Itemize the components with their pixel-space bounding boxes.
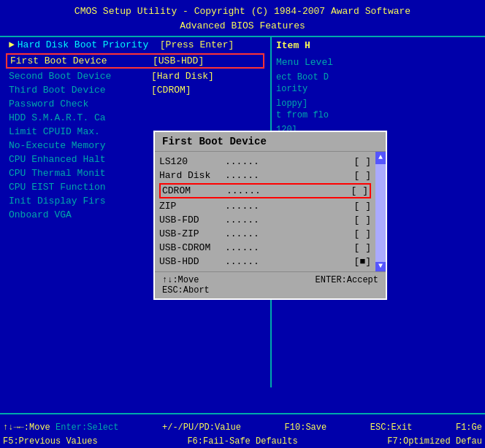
popup-item-ls120-label: LS120 <box>159 156 225 167</box>
popup-item-usbcdrom-bracket: [ ] <box>354 242 371 253</box>
bottom-key-f7: F7:Optimized Defau <box>387 436 482 447</box>
third-boot-label: Third Boot Device <box>9 85 151 96</box>
hdd-boot-priority-label: Hard Disk Boot Priority <box>18 39 160 50</box>
bottom-bar-top: ↑↓→←:Move Enter:Select +/-/PU/PD:Value F… <box>0 420 485 435</box>
popup-item-usbhdd-bracket: [■] <box>354 256 371 267</box>
popup-item-usbfdd[interactable]: USB-FDD ...... [ ] <box>159 213 371 227</box>
popup-item-harddisk[interactable]: Hard Disk ...... [ ] <box>159 169 371 182</box>
first-boot-popup: First Boot Device LS120 ...... [ ] Hard … <box>153 131 387 300</box>
popup-item-ls120[interactable]: LS120 ...... [ ] <box>159 155 371 169</box>
popup-item-usbzip-dots: ...... <box>225 228 354 239</box>
menu-item-first-boot[interactable]: First Boot Device [USB-HDD] <box>6 53 264 69</box>
right-panel-title: Item H <box>276 40 481 51</box>
bottom-key-save: F10:Save <box>285 422 327 433</box>
right-menu-level: Menu Level <box>276 57 481 68</box>
popup-item-ls120-bracket: [ ] <box>354 156 371 167</box>
popup-item-usbfdd-label: USB-FDD <box>159 215 225 225</box>
popup-item-usbcdrom-label: USB-CDROM <box>159 242 225 253</box>
cpu-halt-label: CPU Enhanced Halt <box>9 154 151 165</box>
popup-accept-hint: ENTER:Accept <box>316 275 378 285</box>
popup-item-usbcdrom-dots: ...... <box>225 242 354 253</box>
menu-item-hdd-boot-priority[interactable]: ► Hard Disk Boot Priority [Press Enter] <box>6 37 264 53</box>
popup-item-zip[interactable]: ZIP ...... [ ] <box>159 199 371 213</box>
popup-item-zip-dots: ...... <box>225 201 354 212</box>
popup-item-zip-label: ZIP <box>159 201 225 212</box>
menu-item-hdd-smart[interactable]: HDD S.M.A.R.T. Ca <box>6 111 264 125</box>
cpu-eist-label: CPU EIST Function <box>9 182 151 193</box>
popup-footer: ↑↓:Move ENTER:Accept ESC:Abort <box>155 271 386 298</box>
second-boot-label: Second Boot Device <box>9 71 151 82</box>
header-line1: CMOS Setup Utility - Copyright (C) 1984-… <box>0 4 485 19</box>
popup-title: First Boot Device <box>155 132 386 152</box>
popup-item-usbzip[interactable]: USB-ZIP ...... [ ] <box>159 227 371 241</box>
popup-item-harddisk-dots: ...... <box>225 170 354 181</box>
bottom-divider <box>0 413 485 414</box>
popup-item-ls120-dots: ...... <box>225 156 354 167</box>
popup-list: LS120 ...... [ ] Hard Disk ...... [ ] CD… <box>155 152 375 271</box>
limit-cpuid-label: Limit CPUID Max. <box>9 126 151 137</box>
header-line2: Advanced BIOS Features <box>0 19 485 34</box>
password-check-label: Password Check <box>9 99 151 109</box>
popup-footer-line1: ↑↓:Move ENTER:Accept <box>162 275 378 285</box>
popup-footer-line2: ESC:Abort <box>162 285 378 296</box>
popup-move-hint: ↑↓:Move <box>162 275 199 285</box>
popup-item-usbhdd-dots: ...... <box>225 256 354 267</box>
popup-item-usbhdd[interactable]: USB-HDD ...... [■] <box>159 255 371 269</box>
hdd-boot-priority-value: [Press Enter] <box>160 39 234 50</box>
scroll-up-icon[interactable]: ▲ <box>378 153 383 161</box>
third-boot-value: [CDROM] <box>151 85 191 96</box>
bottom-key-exit: ESC:Exit <box>370 422 413 433</box>
init-display-label: Init Display Firs <box>9 196 151 206</box>
bottom-key-f1: F1:Ge <box>456 422 482 433</box>
second-boot-value: [Hard Disk] <box>151 71 214 82</box>
menu-item-password-check[interactable]: Password Check <box>6 97 264 111</box>
popup-item-usbhdd-label: USB-HDD <box>159 256 225 267</box>
arrow-icon: ► <box>9 39 15 50</box>
scroll-down-icon[interactable]: ▼ <box>378 262 383 270</box>
bottom-key-f6: F6:Fail-Safe Defaults <box>187 436 297 447</box>
bottom-bar-bottom: F5:Previous Values F6:Fail-Safe Defaults… <box>0 435 485 448</box>
right-info-2: iority <box>276 84 481 94</box>
right-info-3: loppy] <box>276 99 481 109</box>
bottom-key-f5: F5:Previous Values <box>3 436 98 447</box>
popup-item-harddisk-bracket: [ ] <box>354 170 371 181</box>
popup-item-usbfdd-bracket: [ ] <box>354 215 371 225</box>
popup-item-cdrom-bracket: [ ] <box>351 185 368 196</box>
popup-scrollbar[interactable]: ▲ ▼ <box>375 152 386 271</box>
bottom-key-value: +/-/PU/PD:Value <box>162 422 241 433</box>
first-boot-label: First Boot Device <box>10 55 153 66</box>
popup-item-usbzip-label: USB-ZIP <box>159 228 225 239</box>
popup-item-zip-bracket: [ ] <box>354 201 371 212</box>
first-boot-value: [USB-HDD] <box>153 55 204 66</box>
popup-item-cdrom-dots: ...... <box>226 185 351 196</box>
popup-item-usbfdd-dots: ...... <box>225 215 354 225</box>
menu-item-third-boot[interactable]: Third Boot Device [CDROM] <box>6 83 264 97</box>
scrollbar-thumb <box>375 164 386 262</box>
popup-item-usbzip-bracket: [ ] <box>354 228 371 239</box>
right-info-1: ect Boot D <box>276 72 481 82</box>
hdd-smart-label: HDD S.M.A.R.T. Ca <box>9 112 151 123</box>
no-execute-label: No-Execute Memory <box>9 140 151 151</box>
popup-item-cdrom[interactable]: CDROM ...... [ ] <box>159 183 371 198</box>
popup-item-usbcdrom[interactable]: USB-CDROM ...... [ ] <box>159 241 371 255</box>
popup-item-cdrom-label: CDROM <box>162 185 226 196</box>
right-info-4: t from flo <box>276 110 481 120</box>
bios-header: CMOS Setup Utility - Copyright (C) 1984-… <box>0 0 485 36</box>
bottom-bar: ↑↓→←:Move Enter:Select +/-/PU/PD:Value F… <box>0 420 485 448</box>
popup-item-harddisk-label: Hard Disk <box>159 170 225 181</box>
menu-item-second-boot[interactable]: Second Boot Device [Hard Disk] <box>6 69 264 83</box>
onboard-vga-label: Onboard VGA <box>9 209 151 220</box>
cpu-thermal-label: CPU Thermal Monit <box>9 168 151 179</box>
bottom-key-move: ↑↓→←:Move Enter:Select <box>3 422 118 433</box>
